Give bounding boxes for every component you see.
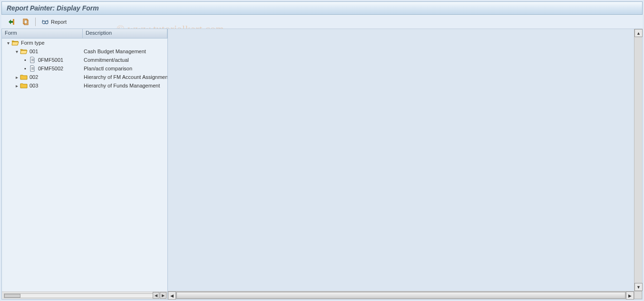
tree-node-label: 003 [29,83,38,88]
report-button-label: Report [51,19,67,25]
scroll-right-icon[interactable]: ▶ [626,291,634,300]
svg-point-3 [42,21,45,24]
svg-rect-0 [13,19,14,25]
tree-panel: Form Description ▾ Form type ▾ 001 Cash … [1,29,168,300]
folder-open-icon [11,39,19,46]
tree-row-0fmf5002[interactable]: • 0FMF5002 Plan/actl comparison [2,64,167,73]
tree-header: Form Description [2,29,167,39]
page-title: Report Painter: Display Form [7,4,99,12]
folder-closed-icon [20,82,28,89]
title-bar: Report Painter: Display Form [1,1,643,15]
copy-icon [22,18,29,26]
tree-node-label: Form type [20,40,45,46]
tree-body: ▾ Form type ▾ 001 Cash Budget Management… [2,39,167,291]
tree-row-root[interactable]: ▾ Form type [2,39,167,47]
tree-node-label: 0FMF5001 [37,57,63,63]
expand-toggle-icon[interactable]: ▸ [14,83,19,88]
svg-point-4 [45,21,48,24]
tree-node-label: 0FMF5002 [37,66,63,71]
tree-row-0fmf5001[interactable]: • 0FMF5001 Commitment/actual [2,56,167,64]
tree-horizontal-scrollbar[interactable]: ◀ ▶ [2,291,167,299]
tree-node-description: Commitment/actual [83,57,167,63]
tree-node-description: Hierarchy of FM Account Assignments [83,74,167,80]
tree-row-002[interactable]: ▸ 002 Hierarchy of FM Account Assignment… [2,73,167,81]
toolbar-separator [35,18,36,26]
toolbar: Report [1,15,643,29]
document-icon [29,57,36,63]
scroll-up-icon[interactable]: ▲ [634,29,643,37]
content-panel: ▲ ▼ ◀ ▶ [168,29,643,300]
copy-button[interactable] [20,17,32,27]
document-icon [29,65,36,72]
exit-icon [8,18,15,26]
report-button[interactable]: Report [39,17,69,27]
folder-open-icon [20,48,28,55]
scroll-right-icon[interactable]: ▶ [160,292,166,299]
horizontal-scrollbar[interactable]: ◀ ▶ [168,291,634,299]
scrollbar-corner [634,291,642,299]
tree-node-description: Hierarchy of Funds Management [83,83,167,88]
tree-row-003[interactable]: ▸ 003 Hierarchy of Funds Management [2,81,167,90]
tree-header-form[interactable]: Form [2,29,83,38]
exit-button[interactable] [5,17,18,27]
folder-closed-icon [20,74,28,80]
tree-node-description: Cash Budget Management [83,49,167,54]
bullet-icon: • [23,57,28,63]
vertical-scrollbar[interactable]: ▲ ▼ [634,29,642,291]
expand-toggle-icon[interactable]: ▾ [6,40,10,46]
tree-header-description[interactable]: Description [83,29,167,38]
bullet-icon: • [23,66,28,71]
scroll-down-icon[interactable]: ▼ [634,283,643,291]
scroll-left-icon[interactable]: ◀ [168,291,176,300]
tree-row-001[interactable]: ▾ 001 Cash Budget Management [2,47,167,56]
workspace: Form Description ▾ Form type ▾ 001 Cash … [1,29,643,300]
glasses-icon [41,18,49,26]
expand-toggle-icon[interactable]: ▾ [14,49,19,54]
tree-node-description: Plan/actl comparison [83,66,167,71]
scroll-left-icon[interactable]: ◀ [153,292,159,299]
tree-node-label: 001 [29,49,38,54]
expand-toggle-icon[interactable]: ▸ [14,75,19,80]
tree-node-label: 002 [29,74,38,80]
